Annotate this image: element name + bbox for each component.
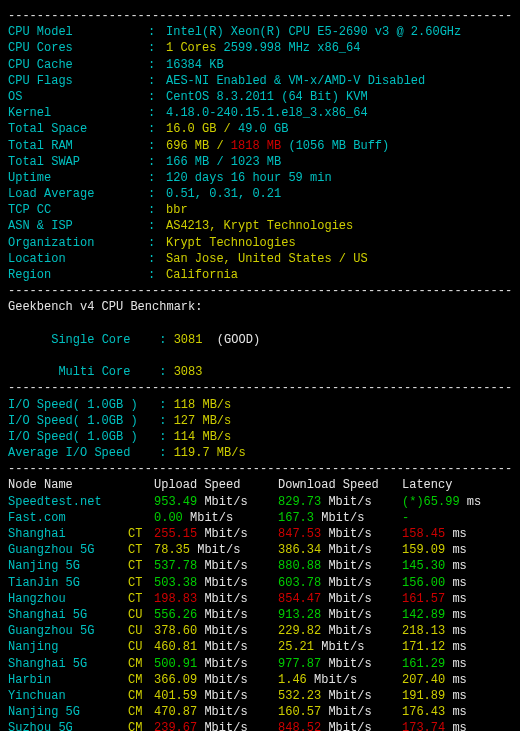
row-os: OS: CentOS 8.3.2011 (64 Bit) KVM (8, 89, 512, 105)
speed-row: Shanghai 5GCU556.26 Mbit/s913.28 Mbit/s1… (8, 607, 512, 623)
row-organization: Organization: Krypt Technologies (8, 235, 512, 251)
row-tcp-cc: TCP CC: bbr (8, 202, 512, 218)
speed-row: HarbinCM366.09 Mbit/s1.46 Mbit/s207.40 m… (8, 672, 512, 688)
speed-table-header: Node NameUpload SpeedDownload SpeedLaten… (8, 477, 512, 493)
speed-table-1: Speedtest.net953.49 Mbit/s829.73 Mbit/s(… (8, 494, 512, 731)
io-1: I/O Speed( 1.0GB ) : 118 MB/s (8, 397, 512, 413)
row-cpu-flags: CPU Flags: AES-NI Enabled & VM-x/AMD-V D… (8, 73, 512, 89)
speed-row: YinchuanCM401.59 Mbit/s532.23 Mbit/s191.… (8, 688, 512, 704)
row-location: Location: San Jose, United States / US (8, 251, 512, 267)
speed-row: Suzhou 5GCM239.67 Mbit/s848.52 Mbit/s173… (8, 720, 512, 731)
geekbench-title: Geekbench v4 CPU Benchmark: (8, 299, 512, 315)
row-asn-isp: ASN & ISP: AS4213, Krypt Technologies (8, 218, 512, 234)
row-kernel: Kernel: 4.18.0-240.15.1.el8_3.x86_64 (8, 105, 512, 121)
row-load-average: Load Average: 0.51, 0.31, 0.21 (8, 186, 512, 202)
speed-row: NanjingCU460.81 Mbit/s25.21 Mbit/s171.12… (8, 639, 512, 655)
speed-row: HangzhouCT198.83 Mbit/s854.47 Mbit/s161.… (8, 591, 512, 607)
speed-row: Nanjing 5GCM470.87 Mbit/s160.57 Mbit/s17… (8, 704, 512, 720)
speed-row: TianJin 5GCT503.38 Mbit/s603.78 Mbit/s15… (8, 575, 512, 591)
row-total-ram: Total RAM: 696 MB / 1818 MB (1056 MB Buf… (8, 138, 512, 154)
row-cpu-model: CPU Model: Intel(R) Xeon(R) CPU E5-2690 … (8, 24, 512, 40)
speed-row: Guangzhou 5GCU378.60 Mbit/s229.82 Mbit/s… (8, 623, 512, 639)
divider: ----------------------------------------… (8, 283, 512, 299)
speed-row: Fast.com0.00 Mbit/s167.3 Mbit/s- (8, 510, 512, 526)
io-3: I/O Speed( 1.0GB ) : 114 MB/s (8, 429, 512, 445)
divider: ----------------------------------------… (8, 461, 512, 477)
row-uptime: Uptime: 120 days 16 hour 59 min (8, 170, 512, 186)
io-2: I/O Speed( 1.0GB ) : 127 MB/s (8, 413, 512, 429)
geekbench-multi: Multi Core : 3083 (8, 348, 512, 380)
divider: ----------------------------------------… (8, 380, 512, 396)
row-total-space: Total Space: 16.0 GB / 49.0 GB (8, 121, 512, 137)
row-region: Region: California (8, 267, 512, 283)
speed-row: Nanjing 5GCT537.78 Mbit/s880.88 Mbit/s14… (8, 558, 512, 574)
speed-row: Shanghai 5GCM500.91 Mbit/s977.87 Mbit/s1… (8, 656, 512, 672)
speed-row: Guangzhou 5GCT78.35 Mbit/s386.34 Mbit/s1… (8, 542, 512, 558)
io-avg: Average I/O Speed : 119.7 MB/s (8, 445, 512, 461)
row-cpu-cores: CPU Cores: 1 Cores 2599.998 MHz x86_64 (8, 40, 512, 56)
row-total-swap: Total SWAP: 166 MB / 1023 MB (8, 154, 512, 170)
speed-row: Speedtest.net953.49 Mbit/s829.73 Mbit/s(… (8, 494, 512, 510)
speed-row: ShanghaiCT255.15 Mbit/s847.53 Mbit/s158.… (8, 526, 512, 542)
row-cpu-cache: CPU Cache: 16384 KB (8, 57, 512, 73)
divider: ----------------------------------------… (8, 8, 512, 24)
geekbench-single: Single Core : 3081 (GOOD) (8, 316, 512, 348)
